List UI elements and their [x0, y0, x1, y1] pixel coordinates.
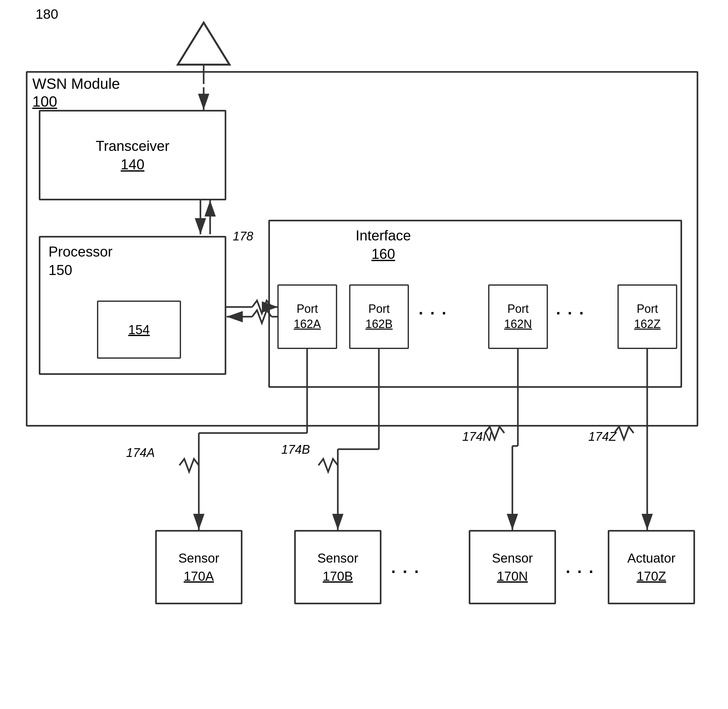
memory-box: 154	[97, 301, 181, 359]
port-162a: Port 162A	[277, 284, 337, 349]
port-162n: Port 162N	[488, 284, 548, 349]
interface-label: Interface 160	[355, 226, 411, 263]
sensor-170a: Sensor 170A	[155, 530, 243, 604]
svg-marker-0	[178, 23, 230, 65]
wire-174z-label: 174Z	[588, 430, 617, 444]
memory-label: 154	[128, 322, 150, 337]
actuator-170z: Actuator 170Z	[608, 530, 695, 604]
wire-174n-label: 174N	[462, 430, 492, 444]
wire-174b-label: 174B	[281, 443, 310, 457]
processor-label: Processor 150	[48, 242, 113, 279]
transceiver-box: Transceiver 140	[39, 110, 226, 200]
wsn-module-label: WSN Module 100	[32, 75, 120, 111]
port-162b: Port 162B	[349, 284, 409, 349]
dots-3: · · ·	[391, 562, 420, 581]
sensor-170n: Sensor 170N	[469, 530, 556, 604]
diagram: 180 WSN Module 100 Transceiver 140 Proce…	[0, 0, 728, 709]
dots-2: · · ·	[556, 304, 585, 322]
dots-4: · · ·	[566, 562, 595, 581]
antenna-label: 180	[35, 6, 58, 22]
dots-1: · · ·	[419, 304, 447, 322]
sensor-170b: Sensor 170B	[294, 530, 382, 604]
wire-174a-label: 174A	[126, 446, 155, 460]
bus-label: 178	[233, 229, 253, 243]
port-162z: Port 162Z	[617, 284, 677, 349]
transceiver-label: Transceiver 140	[96, 137, 170, 174]
